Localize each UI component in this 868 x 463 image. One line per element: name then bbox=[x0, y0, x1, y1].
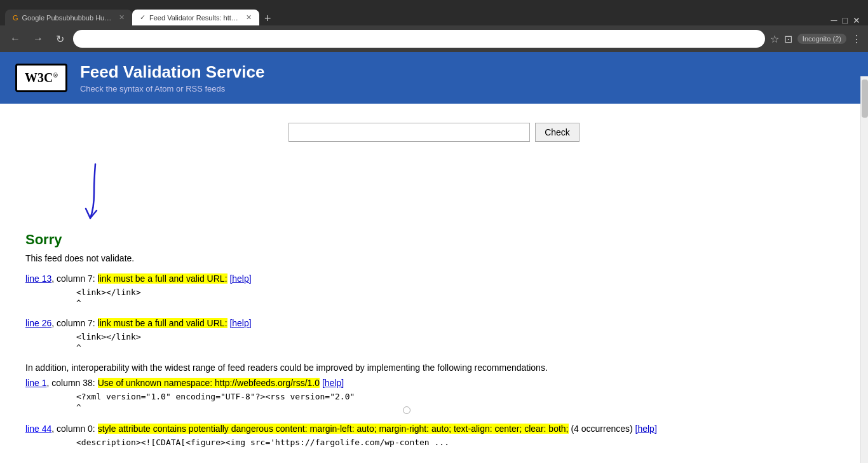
tab2-favicon: ✓ bbox=[140, 13, 146, 22]
error-1-line-link[interactable]: line 13 bbox=[25, 273, 51, 284]
tab-bar: G Google Pubsubhubbub Hub - Pu... ✕ ✓ Fe… bbox=[0, 0, 868, 25]
browser-chrome: G Google Pubsubhubbub Hub - Pu... ✕ ✓ Fe… bbox=[0, 0, 868, 52]
rec-1-col: , column 38: bbox=[46, 378, 97, 388]
check-button[interactable]: Check bbox=[535, 123, 580, 142]
scrollbar-thumb[interactable] bbox=[862, 79, 868, 118]
tab2-close-icon[interactable]: ✕ bbox=[246, 13, 252, 22]
window-maximize-icon[interactable]: □ bbox=[843, 15, 848, 25]
header-subtitle: Check the syntax of Atom or RSS feeds bbox=[80, 84, 264, 93]
tab-2[interactable]: ✓ Feed Validator Results: https://fa... … bbox=[132, 10, 259, 25]
search-row: https://fargolife.com/category/style/rss… bbox=[25, 123, 843, 142]
rec-1-highlight: Use of unknown namespace: http://webfeed… bbox=[98, 378, 320, 388]
menu-icon[interactable]: ⋮ bbox=[851, 33, 862, 45]
circle-marker-container bbox=[25, 406, 410, 416]
reload-button[interactable]: ↻ bbox=[52, 31, 68, 48]
error-2-code: <link></link> bbox=[76, 332, 843, 342]
rec-2-line-link[interactable]: line 44 bbox=[25, 424, 51, 434]
rec-1-help[interactable]: [help] bbox=[322, 378, 344, 388]
error-1: line 13, column 7: link must be a full a… bbox=[25, 273, 843, 308]
back-button[interactable]: ← bbox=[6, 31, 24, 47]
error-2-line-link[interactable]: line 26 bbox=[25, 318, 51, 328]
error-1-col: , column 7: bbox=[51, 273, 97, 284]
bookmark-icon[interactable]: ☆ bbox=[770, 33, 779, 45]
recommendation-intro: In addition, interoperability with the w… bbox=[25, 363, 843, 373]
tab1-label: Google Pubsubhubbub Hub - Pu... bbox=[22, 14, 112, 22]
error-2-help[interactable]: [help] bbox=[229, 318, 251, 328]
address-input[interactable]: validator.w3.org/feed/check.cgi?url=http… bbox=[73, 30, 765, 48]
url-input[interactable]: https://fargolife.com/category/style/rss bbox=[288, 123, 530, 142]
error-1-caret: ^ bbox=[76, 298, 843, 308]
error-1-help[interactable]: [help] bbox=[229, 273, 251, 284]
toolbar-icons: ☆ ⊡ Incognito (2) ⋮ bbox=[770, 33, 862, 45]
window-minimize-icon[interactable]: ─ bbox=[831, 15, 837, 25]
window-close-icon[interactable]: ✕ bbox=[853, 15, 860, 25]
tab1-close-icon[interactable]: ✕ bbox=[119, 13, 125, 22]
header-text: Feed Validation Service Check the syntax… bbox=[80, 62, 264, 93]
w3c-header: W3C® Feed Validation Service Check the s… bbox=[0, 52, 868, 104]
scrollbar[interactable] bbox=[860, 76, 868, 463]
w3c-logo-tm: ® bbox=[53, 72, 57, 79]
address-bar-row: ← → ↻ validator.w3.org/feed/check.cgi?ur… bbox=[0, 25, 868, 52]
rec-2-code: <description><![CDATA[<figure><img src='… bbox=[76, 438, 843, 447]
error-1-line: line 13, column 7: link must be a full a… bbox=[25, 273, 843, 284]
recommendation-2: line 44, column 0: style attribute conta… bbox=[25, 424, 843, 447]
page-title: Feed Validation Service bbox=[80, 62, 264, 82]
error-2-line: line 26, column 7: link must be a full a… bbox=[25, 318, 843, 328]
rec-2-col: , column 0: bbox=[51, 424, 97, 434]
error-2-col: , column 7: bbox=[51, 318, 97, 328]
tab2-label: Feed Validator Results: https://fa... bbox=[149, 14, 240, 22]
error-2-caret: ^ bbox=[76, 343, 843, 352]
forward-button[interactable]: → bbox=[29, 31, 47, 47]
validation-result: Sorry This feed does not validate. bbox=[25, 232, 843, 263]
rec-2-highlight: style attribute contains potentially dan… bbox=[98, 424, 569, 434]
circle-marker bbox=[403, 406, 410, 414]
error-1-highlight: link must be a full and valid URL: bbox=[98, 273, 227, 284]
error-2: line 26, column 7: link must be a full a… bbox=[25, 318, 843, 352]
tab1-favicon: G bbox=[13, 14, 18, 22]
extension-icon[interactable]: ⊡ bbox=[784, 33, 792, 45]
tab-1[interactable]: G Google Pubsubhubbub Hub - Pu... ✕ bbox=[5, 10, 132, 25]
rec-2-occurrences: (4 occurrences) bbox=[571, 424, 632, 434]
new-tab-button[interactable]: + bbox=[259, 12, 276, 25]
incognito-badge: Incognito (2) bbox=[797, 34, 846, 44]
w3c-logo: W3C® bbox=[15, 64, 67, 92]
main-content: https://fargolife.com/category/style/rss… bbox=[0, 104, 868, 463]
error-1-code: <link></link> bbox=[76, 287, 843, 297]
sorry-label: Sorry bbox=[25, 232, 843, 248]
rec-1-line-link[interactable]: line 1 bbox=[25, 378, 46, 388]
error-2-highlight: link must be a full and valid URL: bbox=[98, 318, 227, 328]
w3c-logo-text: W3C bbox=[25, 71, 53, 85]
does-not-validate: This feed does not validate. bbox=[25, 253, 843, 263]
hand-arrow-svg bbox=[76, 161, 114, 225]
rec-1-code: <?xml version="1.0" encoding="UTF-8"?><r… bbox=[76, 392, 843, 401]
rec-2-line: line 44, column 0: style attribute conta… bbox=[25, 424, 843, 434]
arrow-annotation bbox=[76, 161, 843, 226]
rec-2-help[interactable]: [help] bbox=[635, 424, 657, 434]
rec-1-line: line 1, column 38: Use of unknown namesp… bbox=[25, 378, 843, 388]
page-content: W3C® Feed Validation Service Check the s… bbox=[0, 52, 868, 463]
